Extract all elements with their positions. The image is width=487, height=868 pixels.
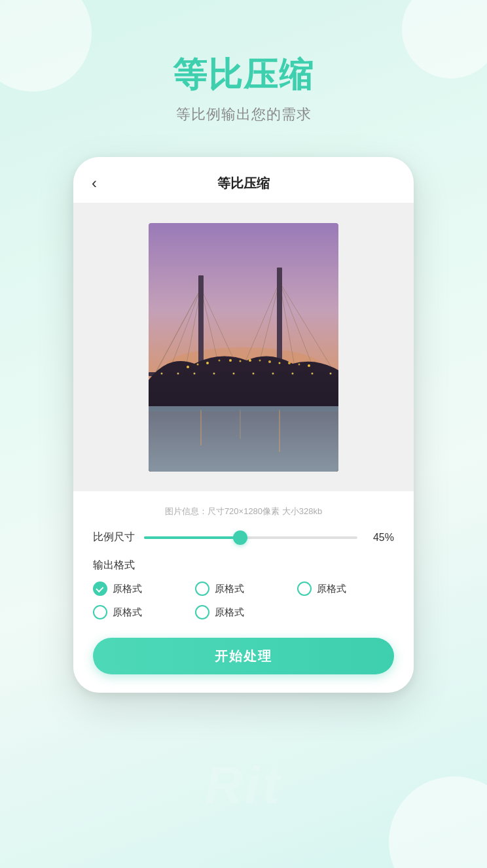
svg-point-38 (312, 373, 314, 375)
watermark-text: Rit (205, 755, 283, 816)
hero-subtitle: 等比例输出您的需求 (173, 105, 314, 124)
phone-body: ‹ 等比压缩 (73, 157, 414, 693)
svg-point-25 (268, 360, 271, 363)
format-grid: 原格式 原格式 原格式 原格式 (93, 582, 394, 619)
format-label-3: 原格式 (317, 583, 346, 595)
radio-5[interactable] (195, 605, 209, 619)
format-option-4[interactable]: 原格式 (93, 605, 190, 619)
start-button[interactable]: 开始处理 (93, 638, 394, 674)
controls-area: 图片信息：尺寸720×1280像素 大小328kb 比例尺寸 45% 输出格式 … (73, 491, 414, 693)
format-option-5[interactable]: 原格式 (195, 605, 292, 619)
back-button[interactable]: ‹ (92, 175, 97, 191)
svg-point-18 (197, 364, 199, 366)
format-label-2: 原格式 (215, 583, 244, 595)
hero-title: 等比压缩 (173, 52, 314, 98)
image-area (73, 203, 414, 491)
bg-blob-tl (0, 0, 92, 92)
svg-point-17 (187, 366, 189, 368)
format-label-5: 原格式 (215, 606, 244, 619)
bg-blob-tr (402, 0, 487, 78)
radio-4[interactable] (93, 605, 107, 619)
svg-point-31 (177, 373, 179, 375)
slider-thumb[interactable] (233, 530, 247, 545)
svg-point-36 (272, 373, 274, 375)
svg-point-24 (259, 360, 261, 362)
slider-value: 45% (367, 532, 394, 544)
svg-point-30 (161, 373, 163, 375)
slider-row: 比例尺寸 45% (93, 530, 394, 544)
slider-fill (144, 536, 240, 539)
preview-image (149, 223, 338, 472)
svg-point-26 (279, 362, 281, 364)
svg-point-20 (219, 360, 221, 362)
svg-point-27 (288, 362, 291, 364)
format-label-1: 原格式 (113, 583, 142, 595)
svg-point-34 (233, 373, 235, 375)
format-section-label: 输出格式 (93, 559, 394, 572)
svg-point-29 (308, 364, 310, 367)
svg-point-23 (249, 359, 251, 362)
svg-point-35 (253, 373, 255, 375)
svg-point-19 (206, 362, 209, 364)
hero-section: 等比压缩 等比例输出您的需求 (173, 52, 314, 124)
format-option-2[interactable]: 原格式 (195, 582, 292, 596)
svg-point-39 (330, 373, 332, 375)
image-info: 图片信息：尺寸720×1280像素 大小328kb (93, 506, 394, 517)
format-option-3[interactable]: 原格式 (297, 582, 394, 596)
svg-point-28 (298, 364, 300, 366)
format-option-1[interactable]: 原格式 (93, 582, 190, 596)
svg-rect-44 (149, 406, 338, 411)
radio-1[interactable] (93, 582, 107, 596)
svg-point-21 (229, 359, 232, 362)
svg-point-33 (213, 373, 215, 375)
radio-3[interactable] (297, 582, 312, 596)
radio-2[interactable] (195, 582, 209, 596)
svg-point-32 (194, 373, 196, 375)
format-label-4: 原格式 (113, 606, 142, 619)
phone-mockup: ‹ 等比压缩 (73, 157, 414, 693)
slider-label: 比例尺寸 (93, 530, 135, 544)
slider-track[interactable] (144, 536, 357, 539)
phone-header: ‹ 等比压缩 (73, 157, 414, 203)
svg-rect-40 (149, 406, 338, 472)
screen-title: 等比压缩 (217, 175, 270, 192)
bg-blob-br (389, 776, 487, 868)
svg-point-22 (240, 360, 242, 362)
bridge-image (149, 223, 338, 472)
svg-point-37 (292, 373, 294, 375)
